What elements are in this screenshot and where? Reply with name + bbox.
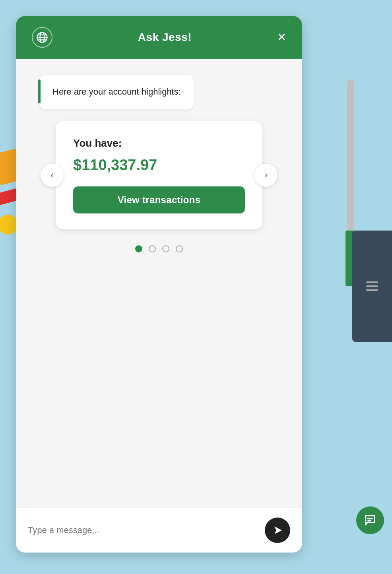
chat-input-area bbox=[16, 508, 302, 553]
chat-fab-button[interactable] bbox=[356, 506, 384, 534]
background-panel bbox=[352, 231, 392, 342]
background-scrollbar bbox=[347, 80, 354, 246]
panel-line bbox=[366, 281, 378, 283]
chat-body: Here are your account highlights: ‹ You … bbox=[16, 59, 302, 508]
panel-lines-icon bbox=[366, 281, 378, 291]
chat-header: Ask Jess! ✕ bbox=[16, 16, 302, 59]
send-button[interactable] bbox=[265, 518, 290, 543]
pagination-dot-4[interactable] bbox=[176, 245, 183, 252]
view-transactions-button[interactable]: View transactions bbox=[73, 186, 245, 213]
message-bubble: Here are your account highlights: bbox=[40, 75, 194, 109]
account-card: You have: $110,337.97 View transactions bbox=[56, 121, 262, 229]
chat-widget: Ask Jess! ✕ Here are your account highli… bbox=[16, 16, 302, 553]
pagination-dot-3[interactable] bbox=[162, 245, 169, 252]
chevron-right-icon: › bbox=[264, 170, 267, 180]
carousel-prev-button[interactable]: ‹ bbox=[41, 164, 64, 187]
pagination-dots bbox=[32, 245, 286, 252]
globe-button[interactable] bbox=[32, 27, 52, 48]
pagination-dot-1[interactable] bbox=[135, 245, 142, 252]
close-button[interactable]: ✕ bbox=[277, 32, 286, 43]
pagination-dot-2[interactable] bbox=[149, 245, 156, 252]
card-carousel: ‹ You have: $110,337.97 View transaction… bbox=[32, 121, 286, 229]
decorative-yellow-circle bbox=[0, 215, 18, 235]
chat-bubble-icon bbox=[363, 514, 377, 527]
chevron-left-icon: ‹ bbox=[50, 170, 53, 180]
card-label: You have: bbox=[73, 137, 245, 149]
panel-line bbox=[366, 289, 378, 291]
panel-line bbox=[366, 285, 378, 287]
chat-title: Ask Jess! bbox=[138, 31, 192, 44]
message-text: Here are your account highlights: bbox=[52, 87, 181, 97]
card-amount: $110,337.97 bbox=[73, 157, 245, 174]
svg-marker-7 bbox=[274, 526, 281, 534]
globe-icon bbox=[36, 31, 48, 43]
carousel-next-button[interactable]: › bbox=[254, 164, 278, 187]
message-input[interactable] bbox=[28, 522, 258, 539]
send-icon bbox=[272, 525, 283, 535]
